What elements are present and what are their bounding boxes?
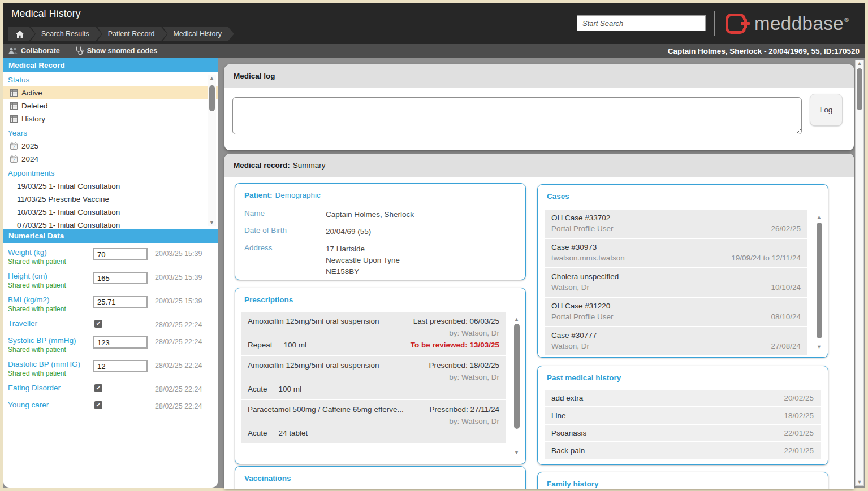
sidebar-scrollbar[interactable]: ▲ ▼: [208, 75, 216, 226]
field-row-bmi: BMI (kg/m2) Shared with patient 20/03/25…: [3, 294, 218, 318]
status-item-history[interactable]: History: [3, 112, 218, 125]
pmh-list: add extra 20/02/25 Line 18/02/25 Psoaria…: [545, 390, 821, 460]
medical-log-textarea[interactable]: [232, 97, 802, 134]
scroll-up-arrow-icon[interactable]: ▲: [512, 316, 521, 323]
numerical-data-panel: Weight (kg) Shared with patient 20/03/25…: [3, 243, 218, 488]
status-item-label: History: [21, 115, 45, 123]
prescription-qty: 100 ml: [284, 341, 307, 349]
pmh-item[interactable]: Psoariasis 22/01/25: [545, 425, 821, 441]
prescriptions-scrollbar[interactable]: ▲ ▼: [512, 316, 521, 456]
prescription-item[interactable]: Amoxicillin 125mg/5ml oral suspension La…: [241, 312, 506, 355]
scroll-down-arrow-icon[interactable]: ▼: [856, 479, 863, 485]
scroll-up-arrow-icon[interactable]: ▲: [815, 214, 823, 220]
prescription-by: by: Watson, Dr: [248, 417, 499, 425]
case-item[interactable]: Case #30777 Watson, Dr 27/08/24: [545, 327, 807, 355]
field-row-height: Height (cm) Shared with patient 20/03/25…: [3, 271, 218, 294]
traveller-checkbox[interactable]: ✔: [94, 320, 102, 328]
pmh-name: Back pain: [551, 446, 585, 455]
field-timestamp: 28/02/25 22:24: [155, 402, 202, 410]
collaborate-button[interactable]: Collaborate: [8, 47, 60, 55]
eating-disorder-checkbox[interactable]: ✔: [94, 384, 102, 392]
pmh-card-title[interactable]: Past medical history: [538, 366, 828, 382]
status-section-label[interactable]: Status: [3, 72, 218, 86]
scroll-down-arrow-icon[interactable]: ▼: [815, 344, 823, 350]
titlebar: Medical History Search Results Patient R…: [3, 3, 865, 44]
appointment-item[interactable]: 11/03/25 Prescribe Vaccine: [3, 193, 218, 206]
cases-card-title[interactable]: Cases: [538, 185, 828, 201]
main-scrollbar[interactable]: ▲ ▼: [855, 60, 864, 486]
case-item[interactable]: Cholera unspecified Watson, Dr 10/10/24: [545, 268, 807, 297]
diastolic-bp-input[interactable]: [93, 360, 148, 372]
year-item-2024[interactable]: 7 2024: [3, 153, 218, 166]
pmh-item[interactable]: Back pain 22/01/25: [545, 442, 821, 459]
field-row-traveller: Traveller ✔ 28/02/25 22:24: [3, 318, 218, 335]
prescription-item[interactable]: Paracetamol 500mg / Caffeine 65mg efferv…: [241, 400, 506, 443]
case-date: 19/09/24 to 12/11/24: [731, 254, 801, 262]
cases-scrollbar[interactable]: ▲ ▼: [815, 214, 823, 350]
breadcrumb-medical-history[interactable]: Medical History: [162, 27, 234, 41]
patient-card-title[interactable]: Patient:Demographic: [235, 184, 525, 199]
pmh-date: 20/02/25: [784, 394, 814, 402]
young-carer-checkbox[interactable]: ✔: [94, 401, 102, 409]
svg-text:7: 7: [13, 158, 15, 162]
pmh-name: Psoariasis: [551, 429, 586, 437]
address-value: 17 Hartside Newcastle Upon Tyne NE158BY: [326, 244, 400, 278]
appointment-item[interactable]: 10/03/25 1- Initial Consultation: [3, 206, 218, 219]
field-timestamp: 20/03/25 15:39: [155, 273, 202, 281]
prescription-item[interactable]: Amoxicillin 125mg/5ml oral suspension Pr…: [241, 356, 506, 399]
prescriptions-list: Amoxicillin 125mg/5ml oral suspension La…: [241, 312, 506, 459]
show-snomed-codes-button[interactable]: Show snomed codes: [75, 46, 157, 55]
prescription-name: Amoxicillin 125mg/5ml oral suspension: [248, 317, 379, 325]
bmi-input[interactable]: [93, 296, 148, 308]
case-date: 08/10/24: [771, 312, 801, 321]
pmh-item[interactable]: add extra 20/02/25: [545, 390, 821, 406]
show-snomed-codes-label: Show snomed codes: [87, 47, 157, 55]
height-input[interactable]: [93, 272, 148, 284]
search-input[interactable]: [577, 15, 706, 31]
years-section-label[interactable]: Years: [3, 125, 218, 140]
status-item-deleted[interactable]: Deleted: [3, 99, 218, 112]
case-item[interactable]: OH Case #31220 Portal Profile User 08/10…: [545, 298, 807, 326]
scrollbar-thumb[interactable]: [857, 68, 862, 110]
content-area: Medical Record Status Active Deleted: [3, 58, 865, 488]
weight-input[interactable]: [93, 248, 148, 260]
brand-logo: meddbase®: [714, 8, 849, 39]
numerical-data-panel-header: Numerical Data: [3, 229, 218, 243]
breadcrumb-patient-record[interactable]: Patient Record: [97, 27, 167, 41]
appointment-item[interactable]: 19/03/25 1- Initial Consultation: [3, 180, 218, 193]
scrollbar-thumb[interactable]: [817, 223, 822, 338]
case-date: 27/08/24: [771, 342, 801, 350]
scrollbar-thumb[interactable]: [209, 85, 215, 111]
appointment-item[interactable]: 07/03/25 1- Initial Consultation: [3, 219, 218, 229]
breadcrumb-search-results[interactable]: Search Results: [31, 27, 102, 41]
case-date: 10/10/24: [771, 283, 801, 292]
app-window: Medical History Search Results Patient R…: [0, 0, 868, 491]
prescription-date: Prescribed: 18/02/25: [429, 361, 499, 370]
scroll-up-arrow-icon[interactable]: ▲: [208, 75, 216, 81]
status-item-label: Deleted: [21, 102, 48, 110]
prescriptions-card-title[interactable]: Prescriptions: [235, 288, 525, 304]
pmh-date: 18/02/25: [784, 411, 814, 420]
table-grid-icon: [10, 89, 18, 97]
case-item[interactable]: Case #30973 twatson.mms.twatson 19/09/24…: [545, 239, 807, 267]
systolic-bp-input[interactable]: [93, 336, 148, 349]
pmh-item[interactable]: Line 18/02/25: [545, 407, 821, 424]
vaccinations-card-title[interactable]: Vaccinations: [235, 467, 525, 483]
scrollbar-thumb[interactable]: [514, 324, 520, 429]
year-item-2025[interactable]: 7 2025: [3, 140, 218, 153]
prescription-by: by: Watson, Dr: [248, 329, 499, 337]
breadcrumb-home[interactable]: [8, 27, 35, 41]
breadcrumb: Search Results Patient Record Medical Hi…: [8, 27, 234, 41]
log-button[interactable]: Log: [810, 94, 843, 126]
status-item-active[interactable]: Active: [3, 86, 218, 99]
appointments-section-label[interactable]: Appointments: [3, 166, 218, 180]
prescriptions-card: Prescriptions Amoxicillin 125mg/5ml oral…: [235, 288, 526, 464]
prescription-name: Paracetamol 500mg / Caffeine 65mg efferv…: [248, 405, 404, 414]
case-item[interactable]: OH Case #33702 Portal Profile User 26/02…: [545, 210, 807, 238]
stethoscope-icon: [75, 46, 84, 55]
scroll-down-arrow-icon[interactable]: ▼: [208, 220, 216, 226]
family-history-card-title[interactable]: Family history: [538, 472, 828, 488]
scroll-down-arrow-icon[interactable]: ▼: [512, 450, 521, 456]
registered-mark: ®: [844, 16, 849, 23]
scroll-up-arrow-icon[interactable]: ▲: [856, 60, 863, 67]
